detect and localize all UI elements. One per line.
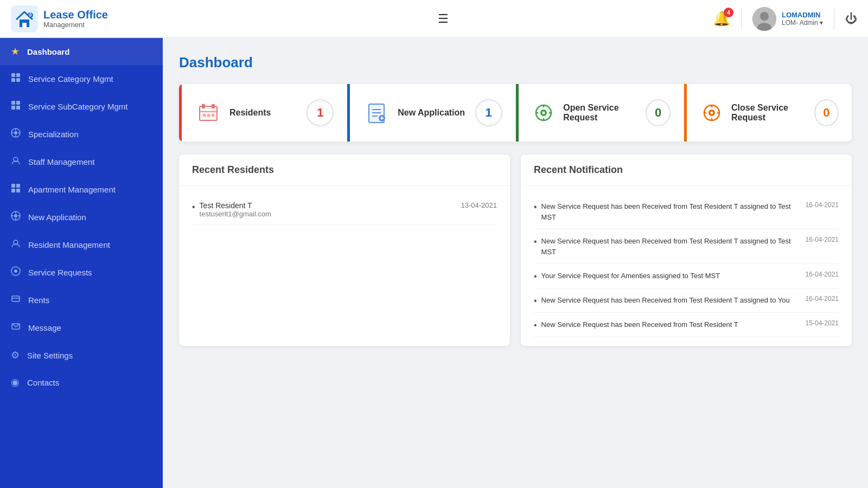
- user-info: LOMADMIN LOM- Admin ▾: [782, 11, 823, 27]
- sidebar-item-resident-management[interactable]: Resident Management: [0, 231, 163, 259]
- stat-card-open-service[interactable]: Open Service Request 0: [516, 84, 684, 142]
- sidebar-label: Resident Management: [28, 240, 110, 249]
- rents-icon: [11, 294, 21, 306]
- power-button[interactable]: ⏻: [845, 12, 857, 26]
- logo-subtitle: Management: [43, 21, 108, 29]
- svg-rect-22: [11, 184, 15, 188]
- stat-card-label: New Application: [398, 108, 465, 118]
- recent-residents-title: Recent Residents: [179, 155, 510, 186]
- settings-icon: ⚙: [11, 349, 20, 361]
- logo-title: Lease Office: [43, 9, 108, 21]
- sidebar-item-service-category[interactable]: Service Category Mgmt: [0, 65, 163, 93]
- stat-card-residents[interactable]: Residents 1: [179, 84, 347, 142]
- svg-point-5: [760, 12, 769, 21]
- svg-rect-14: [16, 106, 20, 110]
- notif-text-wrap: • New Service Request has been Received …: [534, 236, 797, 257]
- svg-point-27: [14, 214, 17, 217]
- staff-icon: [11, 156, 21, 168]
- svg-rect-24: [11, 189, 15, 192]
- user-role: LOM- Admin ▾: [782, 19, 823, 27]
- sidebar-item-service-subcategory[interactable]: Service SubCategory Mgmt: [0, 93, 163, 120]
- svg-rect-35: [12, 296, 20, 301]
- sidebar-label: Service SubCategory Mgmt: [28, 102, 127, 111]
- header-left: Lease Office Management: [11, 5, 174, 33]
- resident-details: Test Resident T testuserlt1@gmail.com: [200, 201, 271, 218]
- stat-card-label: Open Service Request: [563, 103, 646, 123]
- svg-rect-43: [207, 114, 210, 117]
- new-app-icon: [11, 211, 21, 223]
- svg-point-16: [14, 131, 17, 134]
- notification-row: • Your Service Request for Amenties assi…: [534, 264, 839, 288]
- stat-card-left: Open Service Request: [532, 99, 646, 126]
- svg-rect-9: [11, 78, 15, 82]
- svg-rect-39: [202, 104, 205, 108]
- notif-text: New Service Request has been Received fr…: [541, 319, 738, 330]
- header: Lease Office Management ☰ 🔔 4 LOMADMIN L…: [0, 0, 868, 38]
- sidebar-label: Contacts: [27, 378, 59, 387]
- sidebar-item-service-requests[interactable]: Service Requests: [0, 259, 163, 286]
- hamburger-button[interactable]: ☰: [438, 12, 449, 26]
- main-layout: ★ Dashboard Service Category Mgmt Servic…: [0, 38, 868, 488]
- sidebar-label: Specialization: [28, 130, 79, 139]
- sidebar-item-staff-management[interactable]: Staff Management: [0, 148, 163, 176]
- stat-card-left: New Application: [363, 99, 465, 126]
- sidebar-item-apartment-management[interactable]: Apartment Management: [0, 176, 163, 203]
- notif-text: New Service Request has been Received fr…: [541, 295, 790, 306]
- svg-point-54: [542, 112, 545, 114]
- bullet: •: [192, 202, 195, 212]
- apartment-icon: [11, 183, 21, 196]
- sidebar-item-contacts[interactable]: ◉ Contacts: [0, 369, 163, 396]
- sidebar-label: Dashboard: [27, 47, 69, 56]
- avatar: [752, 7, 776, 31]
- sidebar-label: Rents: [28, 296, 49, 305]
- logo-area: Lease Office Management: [11, 5, 108, 33]
- sidebar-item-new-application[interactable]: New Application: [0, 203, 163, 231]
- sidebar-item-dashboard[interactable]: ★ Dashboard: [0, 38, 163, 65]
- header-center: ☰: [438, 12, 449, 26]
- svg-rect-2: [22, 23, 27, 27]
- sidebar-item-message[interactable]: Message: [0, 314, 163, 342]
- recent-notifications-content: • New Service Request has been Received …: [521, 186, 852, 346]
- stat-card-left: Residents: [195, 99, 271, 126]
- recent-notifications-panel: Recent Notification • New Service Reques…: [521, 155, 852, 346]
- notif-text-wrap: • Your Service Request for Amenties assi…: [534, 271, 797, 281]
- close-service-icon: [700, 99, 724, 126]
- bottom-panels: Recent Residents • Test Resident T testu…: [179, 155, 852, 346]
- header-right: 🔔 4 LOMADMIN LOM- Admin ▾ ⏻: [713, 7, 857, 31]
- stat-badge-residents: 1: [307, 99, 334, 126]
- svg-rect-23: [16, 184, 20, 188]
- notif-date: 16-04-2021: [806, 201, 839, 209]
- specialization-icon: [11, 128, 21, 140]
- contacts-icon: ◉: [11, 376, 20, 388]
- main-content: Dashboard: [163, 38, 868, 488]
- svg-rect-42: [203, 114, 206, 117]
- sidebar-item-specialization[interactable]: Specialization: [0, 120, 163, 148]
- stat-card-label: Close Service Request: [731, 103, 814, 123]
- stat-card-close-service[interactable]: Close Service Request 0: [684, 84, 852, 142]
- user-area[interactable]: LOMADMIN LOM- Admin ▾: [752, 7, 823, 31]
- separator: [741, 8, 742, 30]
- logo-text: Lease Office Management: [43, 9, 108, 29]
- sidebar-item-site-settings[interactable]: ⚙ Site Settings: [0, 342, 163, 369]
- stat-badge-open-service: 0: [646, 99, 670, 126]
- stat-card-label: Residents: [229, 108, 271, 118]
- notif-text-wrap: • New Service Request has been Received …: [534, 201, 797, 222]
- sidebar-label: Site Settings: [27, 351, 73, 360]
- sidebar-label: New Application: [28, 213, 86, 222]
- sidebar-label: Staff Management: [28, 157, 94, 166]
- notification-row: • New Service Request has been Received …: [534, 288, 839, 313]
- svg-rect-7: [11, 73, 15, 77]
- stat-card-new-application[interactable]: New Application 1: [347, 84, 515, 142]
- notification-button[interactable]: 🔔 4: [713, 10, 730, 27]
- logo-icon: [11, 5, 38, 33]
- svg-point-34: [14, 269, 17, 273]
- sidebar-item-rents[interactable]: Rents: [0, 286, 163, 314]
- sidebar-label: Apartment Management: [28, 185, 116, 194]
- svg-rect-8: [16, 73, 20, 77]
- resident-info: • Test Resident T testuserlt1@gmail.com: [192, 201, 271, 218]
- svg-rect-0: [11, 5, 38, 33]
- notif-text: New Service Request has been Received fr…: [541, 236, 797, 257]
- svg-rect-40: [212, 104, 215, 108]
- recent-notifications-title: Recent Notification: [521, 155, 852, 186]
- page-title: Dashboard: [179, 54, 852, 71]
